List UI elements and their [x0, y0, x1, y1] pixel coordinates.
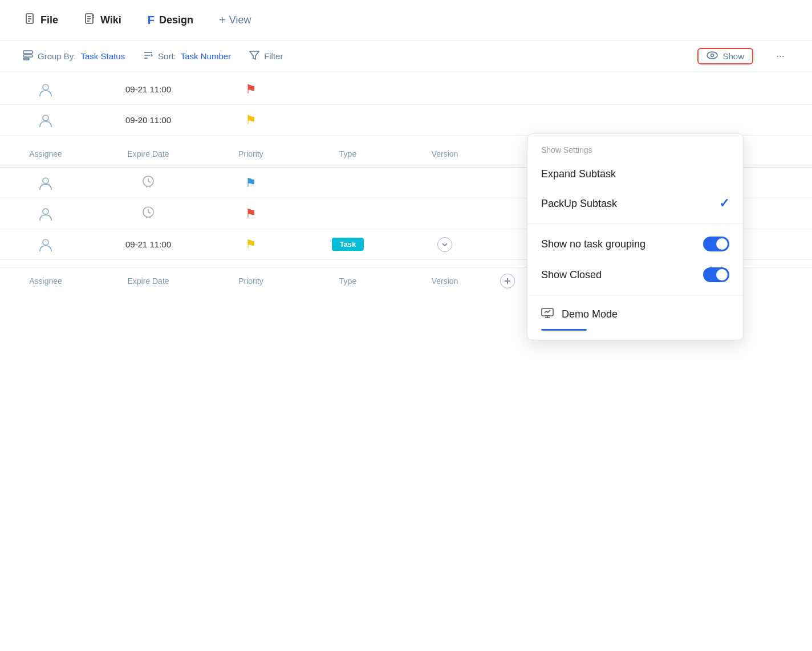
nav-design-label: Design: [159, 14, 193, 26]
sort-control[interactable]: Sort: Task Number: [143, 50, 231, 62]
expire-date-cell: [91, 205, 205, 222]
footer-add[interactable]: [490, 274, 525, 288]
show-no-task-grouping-label: Show no task grouping: [541, 238, 697, 250]
table-row: 09-21 11:00 ⚑: [0, 74, 812, 105]
show-no-task-grouping-toggle[interactable]: [703, 237, 729, 251]
nav-wiki-label: Wiki: [100, 14, 121, 26]
nav-item-wiki[interactable]: Wiki: [74, 8, 132, 32]
svg-point-21: [43, 178, 48, 184]
dropdown-divider: [527, 223, 743, 224]
svg-rect-10: [23, 51, 33, 54]
svg-rect-11: [23, 55, 33, 57]
show-closed-toggle[interactable]: [703, 267, 729, 282]
show-icon: [707, 51, 718, 61]
clock-icon: [141, 205, 155, 222]
task-badge: Task: [332, 238, 364, 251]
group-by-label: Group By:: [38, 51, 76, 61]
version-cell: [399, 237, 490, 252]
priority-cell: ⚑: [205, 82, 297, 97]
nav-item-add-view[interactable]: + View: [209, 9, 261, 31]
svg-point-27: [43, 209, 48, 214]
priority-cell: ⚑: [205, 176, 297, 190]
table-row: 09-20 11:00 ⚑: [0, 105, 812, 136]
sort-label: Sort:: [158, 51, 176, 61]
toggle-knob: [716, 238, 728, 250]
assignee-cell: [0, 206, 91, 222]
group-by-value: Task Status: [81, 51, 125, 61]
demo-mode-icon: [541, 308, 554, 321]
show-closed-item[interactable]: Show Closed: [527, 259, 743, 290]
dropdown-section-title: Show Settings: [527, 145, 743, 160]
svg-line-24: [148, 181, 151, 182]
person-icon: [38, 112, 54, 128]
svg-line-30: [148, 212, 151, 213]
expire-date-text: 09-21 11:00: [125, 239, 171, 249]
show-label: Show: [722, 51, 744, 61]
chevron-down-icon[interactable]: [437, 237, 452, 252]
expire-date-cell: 09-21 11:00: [91, 239, 205, 249]
svg-point-17: [707, 52, 717, 59]
group-by-control[interactable]: Group By: Task Status: [23, 50, 125, 62]
expire-date-cell: [91, 174, 205, 192]
svg-point-18: [711, 54, 714, 57]
plus-view-icon: +: [219, 14, 226, 27]
toggle-knob: [716, 269, 728, 280]
show-settings-dropdown: Show Settings Expand Subtask PackUp Subt…: [527, 133, 744, 340]
nav-view-label: View: [229, 14, 251, 26]
header-priority: Priority: [205, 149, 297, 158]
show-closed-label: Show Closed: [541, 269, 697, 281]
add-column-button[interactable]: [500, 274, 515, 288]
footer-assignee: Assignee: [0, 276, 91, 286]
clock-icon: [141, 174, 155, 192]
svg-point-19: [43, 84, 48, 90]
footer-expire: Expire Date: [91, 276, 205, 286]
assignee-cell: [0, 112, 91, 128]
header-assignee: Assignee: [0, 149, 91, 158]
header-version: Version: [399, 149, 490, 158]
packup-subtask-item[interactable]: PackUp Subtask ✓: [527, 188, 743, 219]
more-icon: ···: [776, 50, 785, 62]
expire-date-cell: 09-21 11:00: [91, 84, 205, 94]
show-no-task-grouping-item[interactable]: Show no task grouping: [527, 229, 743, 259]
priority-flag-yellow: ⚑: [245, 237, 257, 252]
show-button[interactable]: Show: [697, 48, 753, 64]
type-cell: Task: [297, 238, 399, 251]
nav-item-file[interactable]: File: [14, 8, 69, 32]
expire-date-cell: 09-20 11:00: [91, 115, 205, 125]
demo-mode-label: Demo Mode: [562, 308, 618, 320]
priority-cell: ⚑: [205, 237, 297, 252]
top-navigation: File Wiki F Design + View: [0, 0, 812, 41]
expand-subtask-item[interactable]: Expand Subtask: [527, 160, 743, 188]
group-by-icon: [23, 50, 33, 62]
design-icon: F: [148, 14, 155, 27]
wiki-icon: [84, 13, 96, 27]
filter-control[interactable]: Filter: [249, 50, 283, 62]
filter-icon: [249, 50, 259, 62]
footer-priority: Priority: [205, 276, 297, 286]
assignee-cell: [0, 82, 91, 97]
assignee-cell: [0, 175, 91, 191]
header-type: Type: [297, 149, 399, 158]
more-button[interactable]: ···: [772, 50, 789, 62]
toolbar: Group By: Task Status Sort: Task Number …: [0, 41, 812, 72]
person-icon: [38, 206, 54, 222]
packup-subtask-label: PackUp Subtask: [541, 198, 713, 210]
person-icon: [38, 175, 54, 191]
person-icon: [38, 237, 54, 253]
priority-cell: ⚑: [205, 206, 297, 221]
dropdown-divider-2: [527, 295, 743, 295]
footer-version: Version: [399, 276, 490, 286]
demo-mode-underline: [541, 329, 587, 331]
checkmark-icon: ✓: [719, 196, 729, 211]
priority-flag-yellow: ⚑: [245, 113, 257, 128]
sort-value: Task Number: [181, 51, 231, 61]
file-icon: [25, 13, 36, 27]
filter-label: Filter: [264, 51, 283, 61]
priority-flag-red: ⚑: [245, 82, 257, 97]
priority-flag-blue: ⚑: [245, 176, 257, 190]
sort-icon: [143, 50, 153, 62]
person-icon: [38, 82, 54, 97]
table-area: 09-21 11:00 ⚑ 09-20 11:00 ⚑: [0, 72, 812, 294]
demo-mode-item[interactable]: Demo Mode: [527, 300, 743, 329]
nav-item-design[interactable]: F Design: [137, 9, 204, 32]
